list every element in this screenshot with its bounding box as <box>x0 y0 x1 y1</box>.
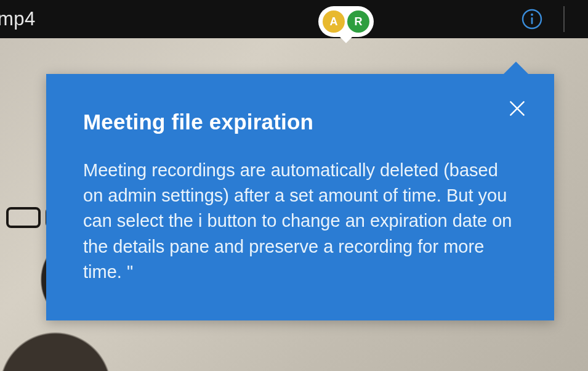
callout-title: Meeting file expiration <box>83 110 517 134</box>
app-root: mp4 A R Meeting file expiration Meeting … <box>0 0 588 371</box>
callout-body: Meeting recordings are automatically del… <box>83 158 517 285</box>
svg-rect-2 <box>531 17 533 24</box>
presence-avatars-pill[interactable]: A R <box>318 6 374 37</box>
topbar: mp4 A R <box>0 0 588 38</box>
info-icon <box>521 8 543 30</box>
callout-beak <box>504 62 528 74</box>
avatar-r: R <box>347 10 369 33</box>
teaching-callout: Meeting file expiration Meeting recordin… <box>46 74 554 320</box>
callout-close-button[interactable] <box>507 99 527 118</box>
file-title-fragment: mp4 <box>0 8 36 30</box>
close-icon <box>507 99 527 118</box>
info-button[interactable] <box>519 6 545 32</box>
avatar-r-initial: R <box>355 15 363 28</box>
svg-point-1 <box>531 14 533 16</box>
avatar-a-initial: A <box>330 15 338 28</box>
topbar-divider <box>563 6 565 32</box>
avatar-a: A <box>323 10 345 33</box>
